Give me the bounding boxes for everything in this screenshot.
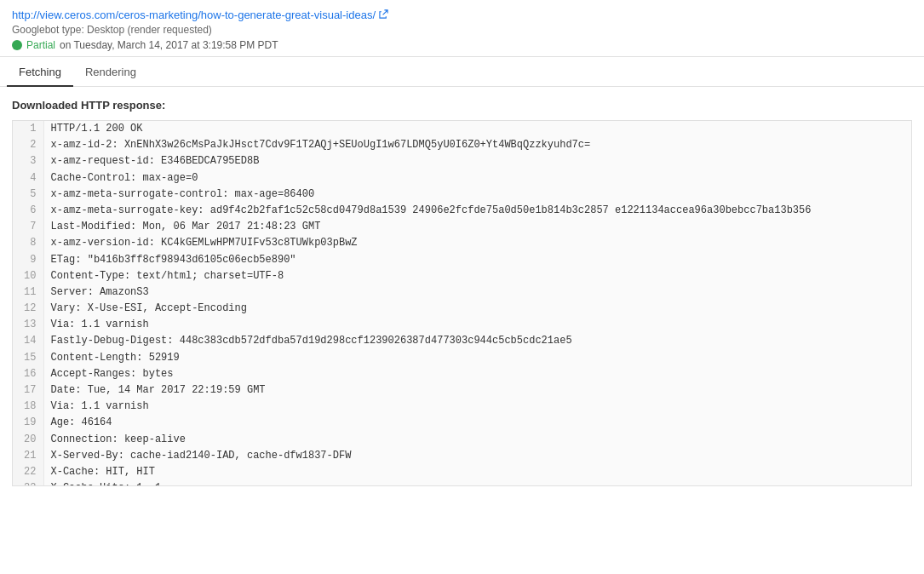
line-content: Cache-Control: max-age=0 [43,170,911,187]
line-content: x-amz-version-id: KC4kGEMLwHPM7UIFv53c8T… [43,235,911,251]
table-row: 20 Connection: keep-alive [13,432,911,448]
line-number: 20 [13,432,43,448]
line-content: Date: Tue, 14 Mar 2017 22:19:59 GMT [43,382,911,399]
table-row: 17 Date: Tue, 14 Mar 2017 22:19:59 GMT [13,382,911,399]
tab-fetching[interactable]: Fetching [7,59,73,87]
line-number: 9 [13,252,43,268]
table-row: 13 Via: 1.1 varnish [13,317,911,333]
table-row: 16 Accept-Ranges: bytes [13,366,911,382]
line-number: 8 [13,235,43,251]
line-number: 18 [13,399,43,415]
table-row: 1 HTTP/1.1 200 OK [13,121,911,137]
line-content: Connection: keep-alive [43,432,911,448]
line-content: Content-Type: text/html; charset=UTF-8 [43,268,911,284]
line-content: Age: 46164 [43,415,911,431]
line-number: 6 [13,203,43,219]
http-response-box[interactable]: 1 HTTP/1.1 200 OK 2 x-amz-id-2: XnENhX3w… [12,120,912,486]
table-row: 7 Last-Modified: Mon, 06 Mar 2017 21:48:… [13,219,911,235]
table-row: 3 x-amz-request-id: E346BEDCA795ED8B [13,153,911,169]
line-number: 21 [13,448,43,464]
table-row: 6 x-amz-meta-surrogate-key: ad9f4c2b2faf… [13,203,911,219]
line-content: x-amz-meta-surrogate-key: ad9f4c2b2faf1c… [43,203,911,219]
response-table: 1 HTTP/1.1 200 OK 2 x-amz-id-2: XnENhX3w… [13,121,911,486]
table-row: 8 x-amz-version-id: KC4kGEMLwHPM7UIFv53c… [13,235,911,251]
line-content: Fastly-Debug-Digest: 448c383cdb572dfdba5… [43,333,911,349]
line-content: X-Cache: HIT, HIT [43,464,911,480]
status-line: Partial on Tuesday, March 14, 2017 at 3:… [12,39,912,51]
line-number: 1 [13,121,43,137]
partial-label: Partial [26,39,55,51]
line-number: 12 [13,301,43,317]
table-row: 9 ETag: "b416b3ff8cf98943d6105c06ecb5e89… [13,252,911,268]
line-content: Content-Length: 52919 [43,350,911,366]
section-title: Downloaded HTTP response: [12,99,912,112]
line-number: 7 [13,219,43,235]
line-number: 19 [13,415,43,431]
status-date: on Tuesday, March 14, 2017 at 3:19:58 PM… [60,39,278,51]
table-row: 21 X-Served-By: cache-iad2140-IAD, cache… [13,448,911,464]
table-row: 11 Server: AmazonS3 [13,284,911,301]
line-number: 23 [13,480,43,486]
line-content: Server: AmazonS3 [43,284,911,301]
table-row: 4 Cache-Control: max-age=0 [13,170,911,187]
line-content: ETag: "b416b3ff8cf98943d6105c06ecb5e890" [43,252,911,268]
line-number: 14 [13,333,43,349]
line-content: X-Served-By: cache-iad2140-IAD, cache-df… [43,448,911,464]
line-number: 11 [13,284,43,301]
line-content: Accept-Ranges: bytes [43,366,911,382]
line-number: 17 [13,382,43,399]
tabs-bar: Fetching Rendering [0,59,924,87]
bot-type: Googlebot type: Desktop (render requeste… [12,24,912,36]
line-content: Vary: X-Use-ESI, Accept-Encoding [43,301,911,317]
tab-rendering[interactable]: Rendering [73,59,148,87]
line-content: HTTP/1.1 200 OK [43,121,911,137]
top-bar: http://view.ceros.com/ceros-marketing/ho… [0,0,924,57]
line-number: 3 [13,153,43,169]
line-number: 10 [13,268,43,284]
line-number: 22 [13,464,43,480]
table-row: 23 X-Cache-Hits: 1, 1 [13,480,911,486]
line-number: 2 [13,137,43,153]
line-number: 5 [13,187,43,203]
table-row: 19 Age: 46164 [13,415,911,431]
table-row: 22 X-Cache: HIT, HIT [13,464,911,480]
line-content: Last-Modified: Mon, 06 Mar 2017 21:48:23… [43,219,911,235]
table-row: 10 Content-Type: text/html; charset=UTF-… [13,268,911,284]
line-number: 16 [13,366,43,382]
line-content: Via: 1.1 varnish [43,399,911,415]
table-row: 12 Vary: X-Use-ESI, Accept-Encoding [13,301,911,317]
table-row: 18 Via: 1.1 varnish [13,399,911,415]
table-row: 14 Fastly-Debug-Digest: 448c383cdb572dfd… [13,333,911,349]
table-row: 2 x-amz-id-2: XnENhX3w26cMsPaJkJHsct7Cdv… [13,137,911,153]
table-row: 15 Content-Length: 52919 [13,350,911,366]
line-content: X-Cache-Hits: 1, 1 [43,480,911,486]
url-link[interactable]: http://view.ceros.com/ceros-marketing/ho… [12,9,376,21]
line-number: 15 [13,350,43,366]
status-dot [12,40,22,50]
line-content: Via: 1.1 varnish [43,317,911,333]
external-link-icon [379,9,388,19]
table-row: 5 x-amz-meta-surrogate-control: max-age=… [13,187,911,203]
content-area: Downloaded HTTP response: 1 HTTP/1.1 200… [0,87,924,486]
line-number: 13 [13,317,43,333]
line-content: x-amz-request-id: E346BEDCA795ED8B [43,153,911,169]
line-content: x-amz-meta-surrogate-control: max-age=86… [43,187,911,203]
url-row: http://view.ceros.com/ceros-marketing/ho… [12,9,912,21]
line-number: 4 [13,170,43,187]
line-content: x-amz-id-2: XnENhX3w26cMsPaJkJHsct7Cdv9F… [43,137,911,153]
